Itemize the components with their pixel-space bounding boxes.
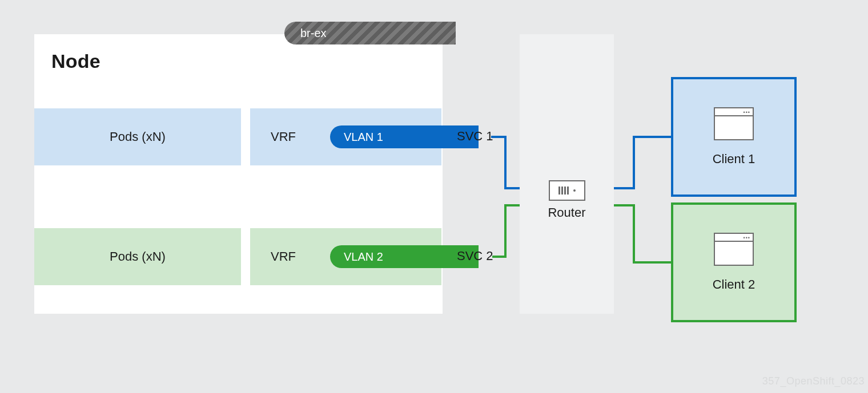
br-ex-pill: br-ex bbox=[284, 22, 456, 44]
vrf-label-2: VRF bbox=[271, 249, 296, 264]
client-label-1: Client 1 bbox=[713, 152, 756, 167]
svc-label-1: SVC 1 bbox=[457, 129, 493, 144]
vlan-label-2: VLAN 2 bbox=[344, 250, 383, 264]
vlan-label-1: VLAN 1 bbox=[344, 131, 383, 144]
client-box-2: ••• Client 2 bbox=[671, 202, 797, 322]
pods-box-1: Pods (xN) bbox=[34, 108, 241, 165]
footer-tag: 357_OpenShift_0823 bbox=[762, 375, 865, 387]
vrf-label-1: VRF bbox=[271, 129, 296, 144]
window-icon: ••• bbox=[714, 107, 754, 140]
router-panel: Router bbox=[520, 34, 614, 314]
svc-label-2: SVC 2 bbox=[457, 249, 493, 264]
router-icon bbox=[549, 180, 585, 201]
router-label: Router bbox=[520, 205, 614, 220]
pods-box-2: Pods (xN) bbox=[34, 228, 241, 285]
window-icon: ••• bbox=[714, 233, 754, 266]
client-box-1: ••• Client 1 bbox=[671, 77, 797, 197]
vlan-pill-2: VLAN 2 bbox=[330, 245, 479, 268]
vlan-pill-1: VLAN 1 bbox=[330, 125, 479, 148]
node-title: Node bbox=[51, 50, 101, 72]
br-ex-label: br-ex bbox=[300, 27, 327, 40]
client-label-2: Client 2 bbox=[713, 277, 756, 292]
diagram-stage: Node br-ex Pods (xN) VRF VLAN 1 Pods (xN… bbox=[0, 0, 868, 393]
